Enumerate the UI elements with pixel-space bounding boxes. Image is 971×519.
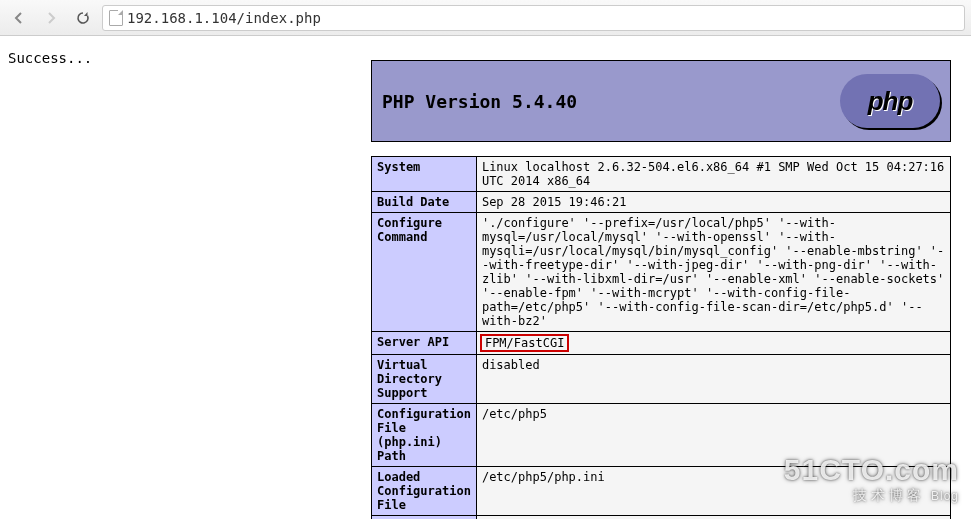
table-row: Virtual Directory Supportdisabled <box>372 355 951 404</box>
phpinfo-value: /etc/php5/php.ini <box>476 467 950 516</box>
browser-toolbar <box>0 0 971 36</box>
back-button[interactable] <box>6 5 32 31</box>
phpinfo-value: disabled <box>476 355 950 404</box>
page-icon <box>109 10 123 26</box>
phpinfo-key: Virtual Directory Support <box>372 355 477 404</box>
table-row: Loaded Configuration File/etc/php5/php.i… <box>372 467 951 516</box>
forward-button[interactable] <box>38 5 64 31</box>
table-row: Build DateSep 28 2015 19:46:21 <box>372 192 951 213</box>
table-row: Scan this dir for additional .ini files/… <box>372 516 951 520</box>
php-version-title: PHP Version 5.4.40 <box>382 91 577 112</box>
phpinfo-key: Configure Command <box>372 213 477 332</box>
phpinfo-value: Sep 28 2015 19:46:21 <box>476 192 950 213</box>
table-row: Server APIFPM/FastCGI <box>372 332 951 355</box>
phpinfo-panel: PHP Version 5.4.40 php SystemLinux local… <box>371 60 951 519</box>
phpinfo-header: PHP Version 5.4.40 php <box>371 60 951 142</box>
phpinfo-value: './configure' '--prefix=/usr/local/php5'… <box>476 213 950 332</box>
phpinfo-key: Build Date <box>372 192 477 213</box>
phpinfo-key: Configuration File (php.ini) Path <box>372 404 477 467</box>
reload-button[interactable] <box>70 5 96 31</box>
phpinfo-key: Loaded Configuration File <box>372 467 477 516</box>
phpinfo-value: Linux localhost 2.6.32-504.el6.x86_64 #1… <box>476 157 950 192</box>
php-logo: php <box>840 74 940 128</box>
arrow-right-icon <box>44 11 58 25</box>
phpinfo-key: Server API <box>372 332 477 355</box>
phpinfo-value: /etc/php5.d <box>476 516 950 520</box>
php-logo-text: php <box>868 86 913 117</box>
table-row: SystemLinux localhost 2.6.32-504.el6.x86… <box>372 157 951 192</box>
phpinfo-key: System <box>372 157 477 192</box>
success-message: Success... <box>8 50 92 66</box>
table-row: Configure Command'./configure' '--prefix… <box>372 213 951 332</box>
reload-icon <box>75 10 91 26</box>
phpinfo-value: /etc/php5 <box>476 404 950 467</box>
table-row: Configuration File (php.ini) Path/etc/ph… <box>372 404 951 467</box>
url-input[interactable] <box>127 10 958 26</box>
phpinfo-key: Scan this dir for additional .ini files <box>372 516 477 520</box>
arrow-left-icon <box>12 11 26 25</box>
address-bar[interactable] <box>102 5 965 31</box>
phpinfo-value: FPM/FastCGI <box>476 332 950 355</box>
phpinfo-table: SystemLinux localhost 2.6.32-504.el6.x86… <box>371 156 951 519</box>
highlighted-value: FPM/FastCGI <box>480 334 569 352</box>
